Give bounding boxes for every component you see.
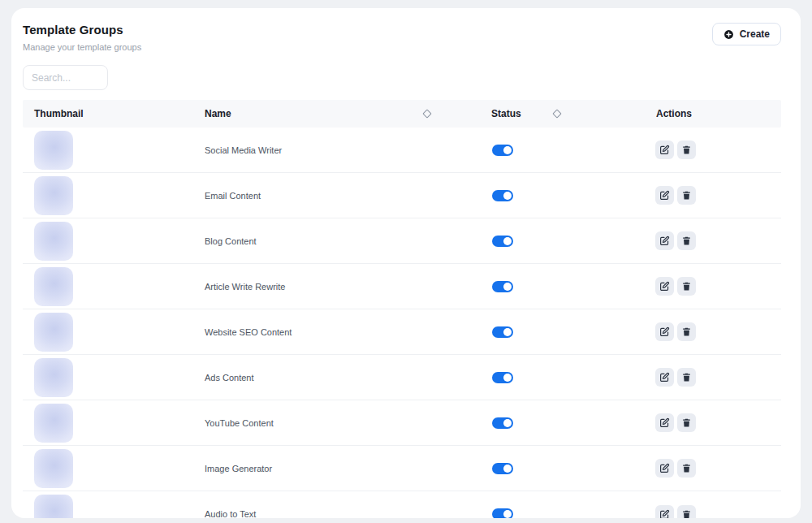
sort-icon[interactable] bbox=[552, 109, 561, 118]
edit-pencil-icon bbox=[659, 145, 670, 155]
status-toggle[interactable] bbox=[492, 417, 513, 429]
thumbnail-cell bbox=[23, 131, 193, 170]
delete-button[interactable] bbox=[677, 186, 696, 205]
edit-button[interactable] bbox=[655, 186, 674, 205]
column-label: Thumbnail bbox=[34, 108, 84, 119]
toggle-knob bbox=[503, 374, 512, 382]
trash-icon bbox=[681, 281, 692, 292]
table-row: Audio to Text bbox=[23, 491, 781, 518]
column-header-name: Name bbox=[193, 108, 477, 119]
row-name: Blog Content bbox=[193, 236, 477, 246]
status-toggle[interactable] bbox=[492, 463, 513, 474]
edit-pencil-icon bbox=[659, 190, 670, 201]
status-cell bbox=[477, 417, 607, 429]
edit-button[interactable] bbox=[655, 368, 674, 387]
column-label: Actions bbox=[656, 108, 692, 119]
column-header-actions: Actions bbox=[607, 108, 781, 119]
actions-cell bbox=[607, 322, 781, 341]
row-name: Social Media Writer bbox=[193, 145, 477, 155]
template-thumbnail bbox=[34, 176, 73, 215]
edit-button[interactable] bbox=[655, 413, 674, 432]
toggle-knob bbox=[503, 419, 512, 427]
edit-button[interactable] bbox=[655, 277, 674, 296]
actions-cell bbox=[607, 368, 781, 387]
thumbnail-cell bbox=[23, 358, 193, 397]
edit-button[interactable] bbox=[655, 505, 674, 519]
row-name: Article Write Rewrite bbox=[193, 282, 477, 292]
create-button-label: Create bbox=[740, 28, 770, 40]
toggle-knob bbox=[503, 465, 512, 473]
page-title: Template Groups bbox=[23, 23, 141, 37]
actions-cell bbox=[607, 277, 781, 296]
table-row: Ads Content bbox=[23, 355, 781, 400]
actions-cell bbox=[607, 505, 781, 519]
trash-icon bbox=[681, 417, 692, 428]
actions-cell bbox=[607, 140, 781, 159]
edit-pencil-icon bbox=[659, 372, 670, 383]
toggle-knob bbox=[503, 328, 512, 336]
edit-pencil-icon bbox=[659, 236, 670, 246]
row-name: Image Generator bbox=[193, 464, 477, 473]
table-row: Social Media Writer bbox=[23, 128, 781, 173]
template-thumbnail bbox=[34, 404, 73, 443]
delete-button[interactable] bbox=[677, 368, 696, 387]
thumbnail-cell bbox=[23, 267, 193, 306]
actions-cell bbox=[607, 413, 781, 432]
toggle-knob bbox=[503, 510, 512, 518]
table-row: Article Write Rewrite bbox=[23, 264, 781, 309]
thumbnail-cell bbox=[23, 404, 193, 443]
status-toggle[interactable] bbox=[492, 508, 513, 518]
delete-button[interactable] bbox=[677, 322, 696, 341]
table-header-row: Thumbnail Name Status Actions bbox=[23, 100, 781, 128]
search-input[interactable] bbox=[23, 65, 108, 90]
template-thumbnail bbox=[34, 131, 73, 170]
status-cell bbox=[477, 145, 607, 156]
row-name: Website SEO Content bbox=[193, 327, 477, 337]
template-thumbnail bbox=[34, 495, 73, 518]
sort-icon[interactable] bbox=[422, 109, 431, 118]
status-cell bbox=[477, 190, 607, 201]
edit-button[interactable] bbox=[655, 459, 674, 478]
trash-icon bbox=[681, 372, 692, 383]
status-toggle[interactable] bbox=[492, 145, 513, 156]
edit-pencil-icon bbox=[659, 417, 670, 428]
status-toggle[interactable] bbox=[492, 281, 513, 292]
status-toggle[interactable] bbox=[492, 372, 513, 383]
toggle-knob bbox=[503, 237, 512, 245]
status-toggle[interactable] bbox=[492, 326, 513, 338]
delete-button[interactable] bbox=[677, 413, 696, 432]
status-cell bbox=[477, 372, 607, 383]
delete-button[interactable] bbox=[677, 459, 696, 478]
table-row: Blog Content bbox=[23, 218, 781, 264]
edit-pencil-icon bbox=[659, 281, 670, 292]
trash-icon bbox=[681, 236, 692, 246]
thumbnail-cell bbox=[23, 449, 193, 488]
thumbnail-cell bbox=[23, 313, 193, 352]
template-thumbnail bbox=[34, 449, 73, 488]
thumbnail-cell bbox=[23, 222, 193, 261]
plus-circle-icon bbox=[723, 29, 734, 40]
delete-button[interactable] bbox=[677, 140, 696, 159]
status-cell bbox=[477, 463, 607, 474]
row-name: Ads Content bbox=[193, 373, 477, 383]
trash-icon bbox=[681, 190, 692, 201]
title-block: Template Groups Manage your template gro… bbox=[23, 23, 141, 52]
create-button[interactable]: Create bbox=[712, 23, 781, 45]
edit-button[interactable] bbox=[655, 140, 674, 159]
status-toggle[interactable] bbox=[492, 190, 513, 201]
edit-button[interactable] bbox=[655, 322, 674, 341]
delete-button[interactable] bbox=[677, 505, 696, 519]
status-cell bbox=[477, 281, 607, 292]
delete-button[interactable] bbox=[677, 231, 696, 250]
actions-cell bbox=[607, 459, 781, 478]
edit-button[interactable] bbox=[655, 231, 674, 250]
template-thumbnail bbox=[34, 222, 73, 261]
trash-icon bbox=[681, 463, 692, 473]
delete-button[interactable] bbox=[677, 277, 696, 296]
table-body: Social Media Writer bbox=[23, 128, 781, 518]
status-toggle[interactable] bbox=[492, 236, 513, 247]
template-thumbnail bbox=[34, 358, 73, 397]
thumbnail-cell bbox=[23, 176, 193, 215]
page-subtitle: Manage your template groups bbox=[23, 42, 141, 52]
row-name: Email Content bbox=[193, 191, 477, 201]
